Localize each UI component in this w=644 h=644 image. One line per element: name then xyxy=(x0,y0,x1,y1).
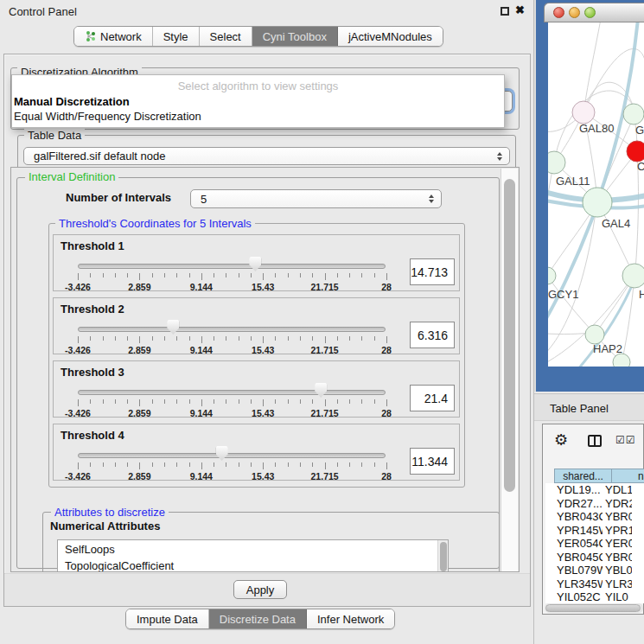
tick-label: 28 xyxy=(381,408,392,418)
network-edge[interactable] xyxy=(548,163,554,273)
select-columns-icon[interactable]: ☑☑ xyxy=(615,434,636,446)
close-panel-icon[interactable]: ✖ xyxy=(515,3,525,16)
threshold-1-box: Threshold 1 -3.4262.8599.14415.4321.7152… xyxy=(53,234,460,291)
settings-scrollbar-thumb[interactable] xyxy=(504,179,515,492)
threshold-3-slider-thumb[interactable] xyxy=(315,383,327,398)
cell-name: YBR0 xyxy=(603,510,632,523)
minimize-window-icon[interactable] xyxy=(569,7,580,18)
network-icon xyxy=(85,30,96,42)
tab-network[interactable]: Network xyxy=(74,27,153,46)
network-window-titlebar[interactable] xyxy=(544,3,644,22)
network-edge[interactable] xyxy=(583,48,644,112)
tab-jactivemnodules[interactable]: jActiveMNodules xyxy=(338,27,443,46)
list-scrollbar-thumb[interactable] xyxy=(440,542,447,571)
control-panel-title: Control Panel xyxy=(9,5,77,18)
network-node[interactable] xyxy=(627,141,644,162)
table-row[interactable]: YBR043CYBR0 xyxy=(545,510,644,524)
threshold-2-value-field[interactable]: 6.316 xyxy=(410,322,455,348)
network-node[interactable] xyxy=(623,104,644,124)
attribute-list-item[interactable]: SelfLoops xyxy=(65,542,448,558)
gear-icon[interactable]: ⚙ xyxy=(554,430,568,450)
threshold-3-slider-track[interactable] xyxy=(78,390,386,395)
algorithm-option-equal-width[interactable]: Equal Width/Frequency Discretization xyxy=(14,110,201,123)
tab-infer-network[interactable]: Infer Network xyxy=(307,609,394,628)
network-node[interactable] xyxy=(548,267,556,284)
network-node[interactable] xyxy=(585,325,604,344)
cell-name: YDL1 xyxy=(603,483,632,496)
tick-label: 15.43 xyxy=(252,345,274,355)
slider-ticks: -3.4262.8599.14415.4321.71528 xyxy=(78,336,386,343)
table-data-group-title: Table Data xyxy=(24,129,85,142)
threshold-2-slider-thumb[interactable] xyxy=(167,320,179,335)
tab-label: Infer Network xyxy=(317,613,384,626)
interval-definition-group-title: Interval Definition xyxy=(25,170,118,183)
application-window: Control Panel ✖ NetworkStyleSelectCyni T… xyxy=(0,0,644,644)
table-row[interactable]: YDR27...YDR2 xyxy=(545,497,644,511)
settings-scrollbar[interactable] xyxy=(501,169,518,572)
tab-impute-data[interactable]: Impute Data xyxy=(126,609,209,628)
table-row[interactable]: YER054CYER0 xyxy=(545,537,644,551)
table-data-combobox[interactable]: galFiltered.sif default node xyxy=(23,147,510,165)
tick-label: 21.715 xyxy=(311,408,339,418)
close-window-icon[interactable] xyxy=(553,7,564,18)
node-label: HAP2 xyxy=(593,342,622,355)
threshold-3-value-field[interactable]: 21.4 xyxy=(410,385,455,411)
tab-discretize-data[interactable]: Discretize Data xyxy=(209,609,307,628)
cell-shared-name: YBL079W xyxy=(545,564,603,577)
thresholds-group-title: Threshold's Coordinates for 5 Intervals xyxy=(55,217,255,230)
table-horizontal-scrollbar[interactable] xyxy=(545,603,643,613)
column-header-shared-name[interactable]: shared... xyxy=(554,469,612,483)
cell-shared-name: YBR045C xyxy=(545,551,603,564)
number-of-intervals-combobox[interactable]: 5 xyxy=(190,189,442,208)
network-node[interactable] xyxy=(622,264,644,288)
list-scrollbar[interactable] xyxy=(437,540,448,572)
network-node[interactable] xyxy=(613,354,630,367)
tick-label: 28 xyxy=(381,282,392,292)
network-node[interactable] xyxy=(572,101,595,124)
slider-ticks: -3.4262.8599.14415.4321.71528 xyxy=(78,462,386,469)
node-label: GAL80 xyxy=(579,122,614,135)
table-row[interactable]: YBR045CYBR0 xyxy=(545,551,644,564)
tab-select[interactable]: Select xyxy=(200,27,252,46)
threshold-4-value-field[interactable]: 11.344 xyxy=(410,448,455,475)
table-row[interactable]: YLR345WYLR3 xyxy=(545,577,644,591)
tick-label: 21.715 xyxy=(311,345,339,355)
tick-label: 2.859 xyxy=(128,282,150,292)
threshold-4-slider-thumb[interactable] xyxy=(216,446,228,461)
combo-arrows-icon xyxy=(429,194,434,203)
table-panel: Table Panel ⚙ ☑☑ shared... name YDL19...… xyxy=(534,392,644,644)
attribute-list-item[interactable]: TopologicalCoefficient xyxy=(65,558,448,573)
cell-shared-name: YIL052C xyxy=(545,590,603,603)
apply-button[interactable]: Apply xyxy=(233,580,287,599)
tab-label: Network xyxy=(100,30,142,43)
tick-label: 15.43 xyxy=(252,471,274,481)
threshold-1-value-field[interactable]: 14.713 xyxy=(410,258,455,285)
network-view-window: GAL80GGAL11CGAL4GCY1HHAP2 xyxy=(536,0,644,392)
number-of-intervals-value: 5 xyxy=(201,193,207,206)
network-graph: GAL80GGAL11CGAL4GCY1HHAP2 xyxy=(548,22,644,367)
network-canvas[interactable]: GAL80GGAL11CGAL4GCY1HHAP2 xyxy=(548,22,644,367)
tab-label: jActiveMNodules xyxy=(348,30,432,43)
table-horizontal-scrollbar-thumb[interactable] xyxy=(545,604,641,612)
cyni-mode-tabs: Impute DataDiscretize DataInfer Network xyxy=(125,609,395,629)
network-node[interactable] xyxy=(583,188,612,217)
threshold-1-slider-thumb[interactable] xyxy=(249,257,261,271)
table-row[interactable]: YIL052CYIL0 xyxy=(545,590,644,603)
column-header-name[interactable]: name xyxy=(612,469,644,483)
threshold-4-label: Threshold 4 xyxy=(61,429,124,442)
tab-style[interactable]: Style xyxy=(153,27,200,46)
table-row[interactable]: YBL079WYBL0 xyxy=(545,564,644,577)
algorithm-option-manual[interactable]: Manual Discretization xyxy=(14,95,130,108)
table-panel-header: Table Panel xyxy=(534,393,644,421)
float-panel-icon[interactable] xyxy=(501,7,509,16)
threshold-4-slider-track[interactable] xyxy=(78,453,386,458)
table-row[interactable]: YPR145WYPR1 xyxy=(545,524,644,538)
columns-icon[interactable] xyxy=(588,435,602,447)
zoom-window-icon[interactable] xyxy=(584,7,596,18)
tick-label: 2.859 xyxy=(128,345,150,355)
tab-cyni-toolbox[interactable]: Cyni Toolbox xyxy=(252,27,338,46)
table-row[interactable]: YDL19...YDL1 xyxy=(545,483,644,497)
algorithm-dropdown-popup: Select algorithm to view settings Manual… xyxy=(11,74,505,128)
threshold-2-slider-track[interactable] xyxy=(78,327,386,332)
threshold-1-slider-track[interactable] xyxy=(78,264,386,269)
